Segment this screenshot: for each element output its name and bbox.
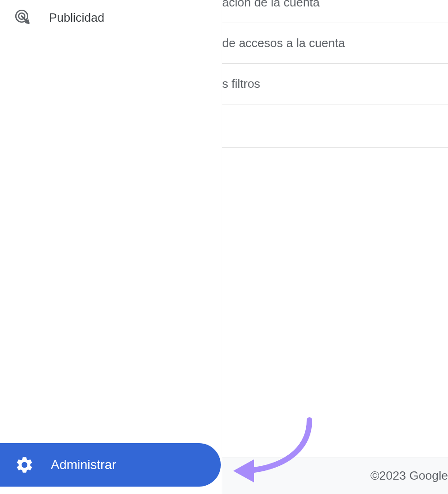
footer: ©2023 Google — [222, 457, 448, 494]
content-row[interactable]: s filtros — [222, 64, 448, 104]
sidebar: Publicidad Administrar — [0, 0, 222, 494]
content-row[interactable]: de accesos a la cuenta — [222, 23, 448, 64]
target-click-icon — [15, 9, 31, 26]
copyright-text: ©2023 Google — [370, 469, 448, 483]
sidebar-item-publicidad[interactable]: Publicidad — [0, 0, 222, 35]
content-row[interactable] — [222, 104, 448, 148]
content-row[interactable]: ación de la cuenta — [222, 0, 448, 23]
admin-button[interactable]: Administrar — [0, 443, 221, 487]
content-panel: ación de la cuenta de accesos a la cuent… — [222, 0, 448, 494]
gear-icon — [15, 455, 34, 475]
admin-button-label: Administrar — [51, 457, 116, 472]
sidebar-item-label: Publicidad — [49, 11, 104, 25]
